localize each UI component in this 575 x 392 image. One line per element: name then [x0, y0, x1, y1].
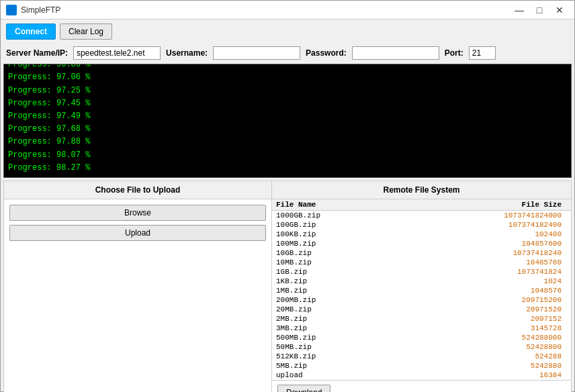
remote-panel: Remote File System File Name File Size 1…: [272, 181, 572, 392]
file-row[interactable]: 1MB.zip1048576: [272, 286, 571, 295]
file-row[interactable]: 100GB.zip107374182400: [272, 220, 571, 230]
clear-log-button[interactable]: Clear Log: [60, 23, 112, 40]
file-name: 5MB.zip: [276, 362, 480, 370]
file-name: 100GB.zip: [276, 221, 480, 229]
file-row[interactable]: 100MB.zip104857600: [272, 239, 571, 248]
log-line: Progress: 96.86 %: [8, 64, 567, 71]
header-name: File Name: [276, 201, 480, 209]
upload-button[interactable]: Upload: [9, 225, 266, 241]
browse-button[interactable]: Browse: [9, 205, 266, 221]
file-size: 1073741824000: [480, 211, 567, 219]
file-size: 1024: [480, 277, 567, 285]
app-title: SimpleFTP: [21, 5, 60, 15]
close-button[interactable]: ✕: [550, 3, 569, 17]
file-name: 2MB.zip: [276, 315, 480, 323]
port-label: Port:: [445, 48, 463, 58]
file-row[interactable]: 500MB.zip524288000: [272, 333, 571, 342]
file-row[interactable]: 512KB.zip524288: [272, 352, 571, 361]
connect-button[interactable]: Connect: [6, 23, 56, 40]
username-input[interactable]: [213, 46, 300, 60]
log-line: Progress: 98.27 %: [8, 162, 567, 175]
log-line: Progress: 97.49 %: [8, 110, 567, 123]
main-window: SimpleFTP — □ ✕ Connect Clear Log Server…: [0, 0, 575, 392]
file-name: 1KB.zip: [276, 277, 480, 285]
log-line: Progress: 97.68 %: [8, 123, 567, 136]
file-name: 3MB.zip: [276, 324, 480, 332]
header-size: File Size: [480, 201, 567, 209]
upload-panel-title: Choose File to Upload: [4, 181, 271, 199]
file-size: 20971520: [480, 305, 567, 313]
server-row: Server Name/IP: Username: Password: Port…: [1, 44, 574, 64]
app-icon: [6, 5, 17, 15]
file-name: upload: [276, 371, 480, 379]
log-area[interactable]: Progress: 96.67 %Progress: 96.86 %Progre…: [3, 64, 572, 178]
title-bar: SimpleFTP — □ ✕: [1, 1, 574, 19]
file-row[interactable]: 20MB.zip20971520: [272, 305, 571, 314]
file-size: 10485760: [480, 258, 567, 266]
file-row[interactable]: 5MB.zip5242880: [272, 361, 571, 371]
password-label: Password:: [306, 48, 347, 58]
file-size: 524288: [480, 352, 567, 360]
file-size: 3145728: [480, 324, 567, 332]
file-name: 1000GB.zip: [276, 211, 480, 219]
file-row[interactable]: 100KB.zip102400: [272, 230, 571, 239]
file-name: 10GB.zip: [276, 249, 480, 257]
file-name: 100MB.zip: [276, 240, 480, 248]
file-size: 16384: [480, 371, 567, 379]
log-line: Progress: 97.88 %: [8, 136, 567, 148]
upload-controls: Browse Upload: [4, 199, 271, 246]
upload-panel: Choose File to Upload Browse Upload: [3, 181, 272, 392]
file-name: 1GB.zip: [276, 268, 480, 276]
file-size: 1073741824: [480, 268, 567, 276]
file-row[interactable]: 50MB.zip52428800: [272, 342, 571, 352]
file-name: 1MB.zip: [276, 287, 480, 295]
file-size: 209715200: [480, 296, 567, 304]
file-row[interactable]: 10GB.zip10737418240: [272, 248, 571, 258]
file-list[interactable]: 1000GB.zip1073741824000100GB.zip10737418…: [272, 211, 571, 380]
file-list-header: File Name File Size: [272, 199, 571, 211]
file-row[interactable]: 1GB.zip1073741824: [272, 267, 571, 277]
file-size: 524288000: [480, 334, 567, 342]
remote-panel-title: Remote File System: [272, 181, 571, 199]
file-size: 10737418240: [480, 249, 567, 257]
file-name: 500MB.zip: [276, 334, 480, 342]
file-size: 2097152: [480, 315, 567, 323]
file-row[interactable]: 3MB.zip3145728: [272, 324, 571, 333]
file-size: 104857600: [480, 240, 567, 248]
server-label: Server Name/IP:: [6, 48, 68, 58]
file-name: 512KB.zip: [276, 352, 480, 360]
window-controls: — □ ✕: [510, 3, 569, 17]
download-button[interactable]: Download: [277, 385, 330, 392]
file-row[interactable]: 1KB.zip1024: [272, 277, 571, 286]
file-name: 20MB.zip: [276, 305, 480, 313]
file-name: 200MB.zip: [276, 296, 480, 304]
file-size: 102400: [480, 230, 567, 238]
download-bar: Download: [272, 380, 571, 392]
file-row[interactable]: upload16384: [272, 371, 571, 380]
log-line: Progress: 97.45 %: [8, 97, 567, 110]
file-size: 107374182400: [480, 221, 567, 229]
file-row[interactable]: 10MB.zip10485760: [272, 258, 571, 267]
log-line: Progress: 97.06 %: [8, 71, 567, 84]
file-name: 50MB.zip: [276, 343, 480, 351]
log-line: Progress: 98.07 %: [8, 149, 567, 162]
maximize-button[interactable]: □: [530, 3, 549, 17]
file-name: 100KB.zip: [276, 230, 480, 238]
file-name: 10MB.zip: [276, 258, 480, 266]
minimize-button[interactable]: —: [510, 3, 529, 17]
file-size: 52428800: [480, 343, 567, 351]
file-size: 1048576: [480, 287, 567, 295]
server-name-input[interactable]: [73, 46, 161, 60]
username-label: Username:: [166, 48, 208, 58]
log-line: Progress: 97.25 %: [8, 85, 567, 97]
file-row[interactable]: 1000GB.zip1073741824000: [272, 211, 571, 220]
file-row[interactable]: 200MB.zip209715200: [272, 295, 571, 305]
title-bar-left: SimpleFTP: [6, 5, 60, 15]
toolbar: Connect Clear Log: [1, 19, 574, 44]
port-input[interactable]: [469, 46, 496, 60]
password-input[interactable]: [352, 46, 439, 60]
file-size: 5242880: [480, 362, 567, 370]
file-row[interactable]: 2MB.zip2097152: [272, 314, 571, 324]
bottom-panels: Choose File to Upload Browse Upload Remo…: [3, 181, 572, 392]
